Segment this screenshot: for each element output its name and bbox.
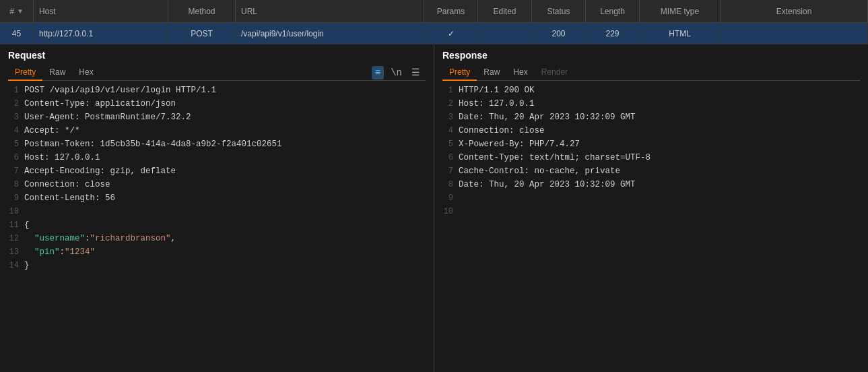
- request-line-13: 13 "pin":"1234": [0, 245, 434, 259]
- cell-edited: [478, 23, 532, 44]
- cell-url: /vapi/api9/v1/user/login: [236, 23, 424, 44]
- response-code-area[interactable]: 1 HTTP/1.1 200 OK 2 Host: 127.0.0.1 3 Da…: [434, 81, 868, 372]
- col-header-host[interactable]: Host: [34, 0, 168, 22]
- tab-request-pretty[interactable]: Pretty: [8, 65, 42, 81]
- tab-response-pretty[interactable]: Pretty: [442, 65, 477, 81]
- request-line-8: 8 Connection: close: [0, 178, 434, 191]
- cell-length: 229: [586, 23, 640, 44]
- response-line-8: 8 Date: Thu, 20 Apr 2023 10:32:09 GMT: [434, 178, 868, 191]
- response-line-1: 1 HTTP/1.1 200 OK: [434, 84, 868, 97]
- cell-mime: HTML: [640, 23, 721, 44]
- col-header-num[interactable]: # ▼: [0, 0, 34, 22]
- table-row[interactable]: 45 http://127.0.0.1 POST /vapi/api9/v1/u…: [0, 23, 868, 44]
- response-tabs: Pretty Raw Hex Render: [442, 65, 860, 81]
- cell-method: POST: [168, 23, 236, 44]
- tab-response-hex[interactable]: Hex: [506, 65, 534, 81]
- cell-host: http://127.0.0.1: [34, 23, 168, 44]
- response-line-4: 4 Connection: close: [434, 124, 868, 137]
- col-header-method[interactable]: Method: [168, 0, 236, 22]
- cell-num: 45: [0, 23, 34, 44]
- col-header-extension[interactable]: Extension: [721, 0, 868, 22]
- request-pane: Request Pretty Raw Hex ≡ \n ☰ 1 POST /va…: [0, 44, 434, 372]
- request-pane-header: Request Pretty Raw Hex ≡ \n ☰: [0, 44, 434, 81]
- request-line-4: 4 Accept: */*: [0, 124, 434, 137]
- col-header-length[interactable]: Length: [586, 0, 640, 22]
- response-title: Response: [442, 50, 860, 61]
- cell-params: ✓: [424, 23, 478, 44]
- tab-response-render: Render: [535, 65, 574, 81]
- response-line-5: 5 X-Powered-By: PHP/7.4.27: [434, 137, 868, 151]
- request-line-6: 6 Host: 127.0.0.1: [0, 151, 434, 164]
- sort-icon: ▼: [17, 7, 24, 15]
- request-line-12: 12 "username":"richardbranson",: [0, 232, 434, 245]
- menu-icon[interactable]: ☰: [409, 65, 423, 80]
- response-pane-header: Response Pretty Raw Hex Render: [434, 44, 868, 81]
- response-line-10: 10: [434, 205, 868, 218]
- request-line-9: 9 Content-Length: 56: [0, 191, 434, 205]
- table-header: # ▼ Host Method URL Params Edited Status…: [0, 0, 868, 23]
- response-pane: Response Pretty Raw Hex Render 1 HTTP/1.…: [434, 44, 868, 372]
- tab-response-raw[interactable]: Raw: [477, 65, 506, 81]
- response-line-9: 9: [434, 191, 868, 205]
- response-line-7: 7 Cache-Control: no-cache, private: [434, 164, 868, 178]
- request-code-area[interactable]: 1 POST /vapi/api9/v1/user/login HTTP/1.1…: [0, 81, 434, 372]
- request-line-3: 3 User-Agent: PostmanRuntime/7.32.2: [0, 111, 434, 124]
- response-line-3: 3 Date: Thu, 20 Apr 2023 10:32:09 GMT: [434, 111, 868, 124]
- col-header-status[interactable]: Status: [532, 0, 586, 22]
- request-line-1: 1 POST /vapi/api9/v1/user/login HTTP/1.1: [0, 84, 434, 97]
- request-title: Request: [8, 50, 426, 61]
- response-line-6: 6 Content-Type: text/html; charset=UTF-8: [434, 151, 868, 164]
- request-line-10: 10: [0, 205, 434, 218]
- request-tabs: Pretty Raw Hex ≡ \n ☰: [8, 65, 426, 81]
- request-line-14: 14 }: [0, 259, 434, 272]
- newline-icon[interactable]: \n: [388, 66, 405, 80]
- request-line-2: 2 Content-Type: application/json: [0, 97, 434, 111]
- request-toolbar: ≡ \n ☰: [372, 65, 426, 80]
- format-icon[interactable]: ≡: [372, 66, 384, 80]
- cell-status: 200: [532, 23, 586, 44]
- request-line-11: 11 {: [0, 218, 434, 232]
- request-line-5: 5 Postman-Token: 1d5cb35b-414a-4da8-a9b2…: [0, 137, 434, 151]
- response-line-2: 2 Host: 127.0.0.1: [434, 97, 868, 111]
- main-content: Request Pretty Raw Hex ≡ \n ☰ 1 POST /va…: [0, 44, 868, 372]
- tab-request-hex[interactable]: Hex: [72, 65, 100, 81]
- col-header-edited[interactable]: Edited: [478, 0, 532, 22]
- col-header-url[interactable]: URL: [236, 0, 424, 22]
- tab-request-raw[interactable]: Raw: [42, 65, 72, 81]
- col-header-mime[interactable]: MIME type: [640, 0, 721, 22]
- cell-extension: [721, 23, 868, 44]
- col-header-params[interactable]: Params: [424, 0, 478, 22]
- request-line-7: 7 Accept-Encoding: gzip, deflate: [0, 164, 434, 178]
